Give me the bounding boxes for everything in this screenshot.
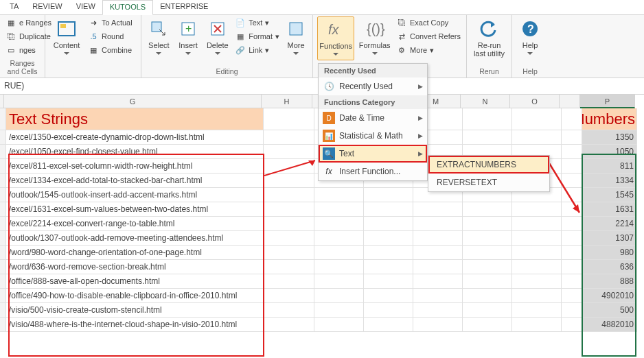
cell-p[interactable]: 4882010: [582, 318, 637, 332]
cell-g[interactable]: /excel/1050-excel-find-closest-value.htm…: [6, 145, 264, 159]
submenu-reversetext[interactable]: REVERSETEXT: [428, 174, 549, 191]
cell-h[interactable]: [264, 274, 314, 289]
cell-p[interactable]: 4902010: [582, 289, 637, 303]
round-btn[interactable]: .5Round: [87, 30, 134, 43]
cell-h[interactable]: [264, 260, 314, 274]
cell-g[interactable]: /excel/1350-excel-create-dynamic-drop-do…: [6, 130, 264, 145]
more2-btn[interactable]: ⚙More ▾: [395, 44, 462, 56]
cell-p[interactable]: 811: [582, 159, 637, 174]
svg-marker-12: [308, 160, 315, 166]
exact-copy-btn[interactable]: ⿻Exact Copy: [395, 16, 462, 29]
cell-h[interactable]: [264, 130, 314, 145]
copy2-icon: ⿻: [396, 17, 407, 28]
group-label-help: Help: [516, 67, 544, 76]
cell-h[interactable]: [264, 303, 314, 318]
combine-icon: ▦: [88, 45, 99, 56]
cell-h[interactable]: [264, 246, 314, 260]
cell-p[interactable]: 636: [582, 260, 637, 274]
cell-p[interactable]: 2214: [582, 217, 637, 231]
help-icon: ?: [519, 18, 541, 40]
link-icon: 🔗: [235, 45, 246, 56]
search-icon: 🔍: [323, 147, 335, 160]
tab-review[interactable]: REVIEW: [25, 0, 69, 14]
cell-p[interactable]: 1307: [582, 231, 637, 246]
text-btn[interactable]: 📄Text ▾: [233, 16, 281, 29]
group-label-editing: Editing: [146, 67, 308, 76]
grid-icon: ▦: [5, 17, 16, 28]
col-header-n[interactable]: N: [461, 95, 510, 108]
link-btn[interactable]: 🔗Link ▾: [233, 44, 281, 56]
col-header-p[interactable]: P: [580, 95, 635, 108]
cell-p[interactable]: 1050: [582, 145, 637, 159]
formulas-button[interactable]: {()} Formulas: [357, 16, 392, 59]
cell-g[interactable]: /office/490-how-to-disable-enable-clipbo…: [6, 289, 264, 303]
cell-p[interactable]: 1545: [582, 188, 637, 202]
submenu-extractnumbers[interactable]: EXTRACTNUMBERS: [428, 156, 549, 174]
cell-h[interactable]: [264, 318, 314, 332]
cell-h[interactable]: [264, 231, 314, 246]
cell-p[interactable]: 1350: [582, 130, 637, 145]
svg-rect-6: [290, 23, 302, 35]
delete-button[interactable]: Delete: [204, 16, 231, 59]
group-label-rerun: Rerun: [471, 67, 507, 76]
dd-recently-used[interactable]: 🕓 Recently Used ▶: [319, 77, 427, 95]
dd-text[interactable]: 🔍 Text ▶: [319, 145, 427, 163]
tab-enterprise[interactable]: ENTERPRISE: [153, 0, 215, 14]
gear-icon: ⚙: [396, 45, 407, 56]
more-button[interactable]: More: [284, 16, 308, 59]
col-header-o[interactable]: O: [510, 95, 560, 108]
delete-icon: [207, 18, 229, 40]
tab-kutools[interactable]: KUTOOLS: [102, 0, 153, 15]
cell-h[interactable]: [264, 145, 314, 159]
combine-btn[interactable]: ▦Combine: [87, 44, 134, 56]
format-btn[interactable]: ▦Format ▾: [233, 30, 281, 43]
functions-button[interactable]: fx Functions: [317, 16, 354, 60]
cell-g[interactable]: /visio/500-visio-create-custom-stencil.h…: [6, 303, 264, 318]
cell-h[interactable]: [264, 202, 314, 217]
content-button[interactable]: Content: [49, 16, 84, 59]
col-header-g[interactable]: G: [4, 95, 262, 108]
cell-p[interactable]: 1334: [582, 174, 637, 188]
braces-icon: {()}: [364, 18, 386, 40]
cell-h[interactable]: [264, 289, 314, 303]
functions-dropdown: Recently Used 🕓 Recently Used ▶ Function…: [318, 63, 428, 181]
cell-g[interactable]: /excel/811-excel-set-column-width-row-he…: [6, 159, 264, 174]
caret-icon: [64, 52, 69, 58]
svg-rect-1: [60, 24, 66, 28]
help-button[interactable]: ? Help: [516, 16, 544, 59]
format-icon: ▦: [235, 31, 246, 42]
cell-g[interactable]: /word/636-word-remove-section-break.html: [6, 260, 264, 274]
text-icon: 📄: [235, 17, 246, 28]
svg-text:+: +: [185, 23, 192, 34]
chart-icon: 📊: [323, 130, 335, 142]
svg-line-13: [549, 163, 579, 213]
dd-date-time[interactable]: D Date & Time ▶: [319, 109, 427, 127]
cell-p[interactable]: 888: [582, 274, 637, 289]
insert-button[interactable]: + Insert: [175, 16, 202, 59]
cell-g[interactable]: /excel/2214-excel-convert-range-to-table…: [6, 217, 264, 231]
cell-p[interactable]: 980: [582, 246, 637, 260]
cell-g[interactable]: /visio/488-where-is-the-internet-cloud-s…: [6, 318, 264, 332]
decimal-icon: .5: [88, 31, 99, 42]
col-header-off: [560, 95, 580, 108]
to-actual-btn[interactable]: ➜To Actual: [87, 16, 134, 29]
cell-h[interactable]: [264, 217, 314, 231]
cell-p[interactable]: 500: [582, 303, 637, 318]
cell-g[interactable]: /outlook/1545-outlook-insert-add-accent-…: [6, 188, 264, 202]
select-button[interactable]: Select: [146, 16, 172, 59]
tab-view[interactable]: VIEW: [69, 0, 102, 14]
dd-statistical[interactable]: 📊 Statistical & Math ▶: [319, 127, 427, 145]
dd-insert-function[interactable]: fx Insert Function...: [319, 163, 427, 180]
arrow-right-icon: ➜: [88, 17, 99, 28]
cell-h[interactable]: [264, 188, 314, 202]
cell-g[interactable]: /excel/1631-excel-sum-values-between-two…: [6, 202, 264, 217]
tab-ta[interactable]: TA: [3, 0, 25, 14]
convert-refers-btn[interactable]: ⇄Convert Refers: [395, 30, 462, 43]
cell-g[interactable]: /office/888-save-all-open-documents.html: [6, 274, 264, 289]
cell-g[interactable]: /word/980-word-change-orientation-of-one…: [6, 246, 264, 260]
cell-p[interactable]: 1631: [582, 202, 637, 217]
col-header-h[interactable]: H: [262, 95, 312, 108]
cell-g[interactable]: /outlook/1307-outlook-add-remove-meeting…: [6, 231, 264, 246]
cell-g[interactable]: /excel/1334-excel-add-total-to-stacked-b…: [6, 174, 264, 188]
rerun-button[interactable]: Re-run last utility: [471, 16, 507, 59]
